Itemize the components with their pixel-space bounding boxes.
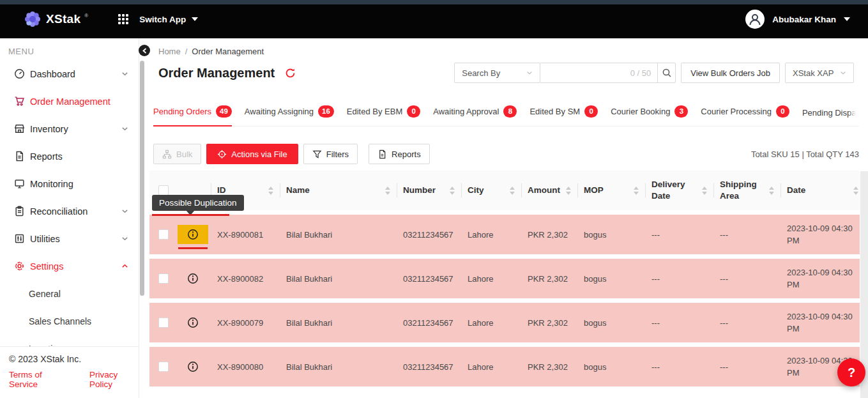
actions-via-file-button[interactable]: Actions via File xyxy=(206,144,298,164)
sidebar-item-utilities[interactable]: Utilities xyxy=(0,225,139,252)
app-context-select[interactable]: XStak XAP xyxy=(785,63,854,83)
sorter-icon[interactable] xyxy=(264,187,273,195)
help-button[interactable]: ? xyxy=(837,358,865,387)
delivery-date: --- xyxy=(645,318,713,328)
info-circle-icon[interactable] xyxy=(187,273,199,284)
city: Lahore xyxy=(461,318,521,328)
sidebar-item-inventory[interactable]: Inventory xyxy=(0,115,139,142)
sidebar-subitem-sales-channels[interactable]: Sales Channels xyxy=(0,307,139,335)
order-id: XX-8900082 xyxy=(211,274,280,284)
target-icon xyxy=(217,149,227,159)
phone-number: 03211234567 xyxy=(397,230,461,240)
cart-icon xyxy=(14,96,25,107)
row-checkbox[interactable] xyxy=(158,273,169,284)
chevron-down-icon xyxy=(121,208,128,215)
sidebar-subitem-label: General xyxy=(29,289,61,299)
shipping-area: --- xyxy=(713,230,780,240)
header-delivery-date[interactable]: Delivery Date xyxy=(645,171,713,210)
row-checkbox[interactable] xyxy=(158,229,169,240)
customer-name: Bilal Bukhari xyxy=(280,362,397,372)
amount: PKR 2,302 xyxy=(521,318,577,328)
tab-courier-processing[interactable]: Courier Processing 0 xyxy=(701,105,789,126)
dashboard-icon xyxy=(14,68,25,79)
sidebar-item-settings[interactable]: Settings xyxy=(0,252,139,280)
info-circle-icon[interactable] xyxy=(187,229,199,240)
row-checkbox[interactable] xyxy=(158,318,169,328)
menu-section-label: MENU xyxy=(8,47,139,56)
table-toolbar: Bulk Actions via File Filters Reports xyxy=(153,144,859,164)
terms-of-service-link[interactable]: Terms of Service xyxy=(9,370,68,389)
bulk-button[interactable]: Bulk xyxy=(153,144,201,164)
sorter-icon[interactable] xyxy=(698,187,707,195)
breadcrumb: Home/Order Management xyxy=(140,38,868,58)
search-input[interactable] xyxy=(547,68,627,78)
tab-count-badge: 0 xyxy=(407,105,420,118)
sorter-icon[interactable] xyxy=(506,187,515,195)
header-amount[interactable]: Amount xyxy=(521,171,577,210)
chevron-down-icon xyxy=(844,17,850,21)
sidebar-scrollbar[interactable] xyxy=(140,61,144,296)
user-menu[interactable]: Abubakar Khan xyxy=(745,10,850,29)
tab-count-badge: 49 xyxy=(216,105,232,118)
sidebar-item-dashboard[interactable]: Dashboard xyxy=(0,60,139,88)
search-char-counter: 0 / 50 xyxy=(630,68,651,78)
header-name[interactable]: Name xyxy=(280,171,397,210)
sorter-icon[interactable] xyxy=(849,187,858,195)
sidebar-subitem-general[interactable]: General xyxy=(0,280,139,307)
breadcrumb-home[interactable]: Home xyxy=(158,47,181,56)
sidebar-item-reports[interactable]: Reports xyxy=(0,142,139,170)
sidebar-item-label: Utilities xyxy=(30,234,60,244)
header-date[interactable]: Date xyxy=(780,171,860,210)
sidebar-item-reconciliation[interactable]: Reconciliation xyxy=(0,197,139,225)
header-city[interactable]: City xyxy=(461,171,521,210)
sidebar-footer: © 2023 XStak Inc. Terms of Service Priva… xyxy=(0,346,139,398)
delivery-date: --- xyxy=(645,274,713,284)
file-icon xyxy=(14,151,25,162)
info-circle-icon[interactable] xyxy=(187,361,199,372)
sidebar-collapse-button[interactable] xyxy=(139,45,150,56)
search-by-select[interactable]: Search By xyxy=(454,63,540,83)
filters-button[interactable]: Filters xyxy=(303,144,358,164)
amount: PKR 2,302 xyxy=(521,362,577,372)
sorter-icon[interactable] xyxy=(630,187,639,195)
search-by-value: Search By xyxy=(462,68,500,78)
tab-awaiting-assigning[interactable]: Awaiting Assigning 16 xyxy=(245,105,334,126)
sorter-icon[interactable] xyxy=(765,187,774,195)
header-shipping-area[interactable]: Shipping Area xyxy=(713,171,780,210)
privacy-policy-link[interactable]: Privacy Policy xyxy=(89,370,139,389)
order-status-tabs: Pending Orders 49 Awaiting Assigning 16 … xyxy=(153,105,859,126)
clipboard-icon xyxy=(14,206,25,217)
tab-edited-by-sm[interactable]: Edited By SM 0 xyxy=(529,105,598,126)
mop: bogus xyxy=(577,230,645,240)
switch-app-dropdown[interactable]: Switch App xyxy=(139,15,198,24)
tab-edited-by-ebm[interactable]: Edited By EBM 0 xyxy=(347,105,420,126)
city: Lahore xyxy=(461,274,521,284)
table-row: XX-8900081 Bilal Bukhari 03211234567 Lah… xyxy=(149,215,860,254)
sidebar-item-label: Order Management xyxy=(30,96,110,107)
info-circle-icon[interactable] xyxy=(187,317,199,328)
duplication-highlight[interactable] xyxy=(178,225,208,244)
refresh-icon[interactable] xyxy=(285,68,296,79)
row-checkbox[interactable] xyxy=(158,362,169,372)
header-mop[interactable]: MOP xyxy=(577,171,645,210)
grid-apps-icon[interactable] xyxy=(118,13,129,25)
customer-name: Bilal Bukhari xyxy=(280,230,397,240)
sidebar-item-order-management[interactable]: Order Management xyxy=(0,88,139,115)
tab-pending-orders[interactable]: Pending Orders 49 xyxy=(153,105,232,126)
select-all-checkbox[interactable] xyxy=(158,185,169,195)
sidebar-item-monitoring[interactable]: Monitoring xyxy=(0,170,139,197)
annotation-line xyxy=(152,214,229,216)
header-number[interactable]: Number xyxy=(397,171,461,210)
tab-pending-dispatch[interactable]: Pending Dispa xyxy=(802,108,857,126)
xstak-flower-icon xyxy=(23,10,42,29)
chevron-down-icon xyxy=(526,70,533,76)
sorter-icon[interactable] xyxy=(562,187,571,195)
chevron-down-icon xyxy=(192,17,198,21)
search-button[interactable] xyxy=(657,63,676,83)
sorter-icon[interactable] xyxy=(446,187,455,195)
reports-button[interactable]: Reports xyxy=(369,144,430,164)
tab-courier-booking[interactable]: Courier Booking 3 xyxy=(611,105,688,126)
tab-awaiting-approval[interactable]: Awaiting Approval 8 xyxy=(433,105,517,126)
view-bulk-orders-job-button[interactable]: View Bulk Orders Job xyxy=(681,63,780,83)
sorter-icon[interactable] xyxy=(381,187,390,195)
